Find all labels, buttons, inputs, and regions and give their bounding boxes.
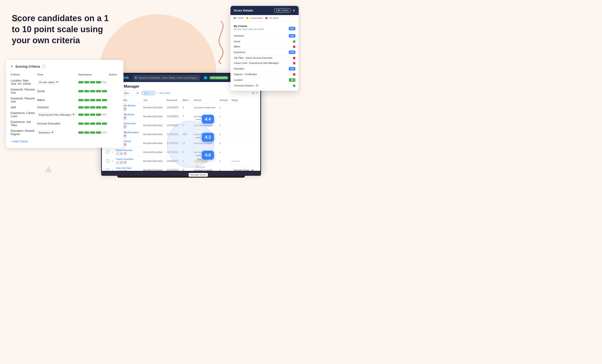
row-right — [293, 41, 295, 43]
term-cell: Bachelors — [37, 128, 78, 137]
row-checkbox[interactable] — [106, 150, 109, 154]
candidate-name[interactable]: Felix Del Gato — [116, 167, 140, 169]
col-action: Action — [109, 72, 119, 78]
stage-cell — [230, 112, 258, 121]
expand-icon[interactable]: ▾ — [112, 160, 113, 162]
hero-section: Score candidates on a 1 to 10 point scal… — [12, 13, 118, 46]
action-icons: 0 — [220, 133, 229, 135]
action-cell — [109, 110, 119, 119]
candidate-icons: 📄 🔗 ⏰ — [116, 170, 140, 171]
stage-select[interactable]: Recruiter Screen — [232, 168, 255, 171]
my-criteria-label: My Criteria — [234, 25, 264, 28]
importance-bar — [96, 131, 101, 134]
row-label: Location — [234, 79, 243, 81]
activity-count: 0 — [220, 124, 221, 127]
importance-bars — [78, 81, 107, 83]
match-indicator — [293, 85, 295, 87]
edit-criteria-button[interactable]: Edit Criteria — [274, 8, 291, 13]
action-cell — [109, 78, 119, 87]
stage-cell: Recruiter Screen — [230, 166, 258, 171]
score-details-title: Score Details — [234, 9, 253, 12]
candidate-icons: 📄 🔗 ⏰ — [116, 161, 140, 164]
candidate-name[interactable]: Daniel Noonan — [116, 149, 140, 152]
source-label: Job Board Craigslist — [194, 169, 213, 171]
icon-clock: ⏰ — [123, 152, 127, 155]
row-right: 10 — [289, 78, 295, 82]
table-row: Keywords: Resume Text Quota — [11, 87, 119, 96]
help-icon[interactable]: ? — [42, 65, 46, 68]
importance-bars — [78, 99, 107, 101]
term-cell: Million — [37, 96, 78, 104]
importance-bar — [96, 122, 101, 125]
col-criteria: Criteria — [11, 72, 37, 78]
row-checkbox[interactable] — [106, 168, 109, 171]
importance-bars — [78, 106, 107, 109]
table-row: Skill Outreach — [11, 104, 119, 110]
term-cell: Account Executive — [37, 119, 78, 128]
row-checkbox[interactable] — [106, 159, 109, 162]
expand-icon[interactable]: ▾ — [112, 169, 113, 171]
table-row: Education: Desired Degree Bachelors — [11, 128, 119, 137]
importance-cell — [78, 104, 109, 110]
grid-icon[interactable]: ⊞ — [252, 91, 254, 95]
criteria-label: Education: Desired Degree — [11, 128, 37, 137]
importance-cell — [78, 128, 109, 137]
criteria-label: Experience: Career Level — [11, 110, 37, 119]
icon-link: 🔗 — [120, 170, 123, 171]
jobs-filter-tag[interactable]: Jobs 1 × — [141, 91, 156, 95]
importance-bars — [78, 131, 107, 134]
expand-icon[interactable]: ▾ — [112, 151, 113, 154]
legend-partial: = Partial Match — [246, 17, 263, 19]
row-label: Job Titles : Senior Account Executive — [234, 57, 272, 59]
laptop-foot — [117, 176, 245, 178]
job-cell: Account Executive — [142, 139, 165, 148]
match-indicator — [293, 62, 295, 64]
stage-cell — [230, 103, 258, 112]
add-filter-button[interactable]: + Add Filter — [158, 92, 171, 94]
icon-clock: ⏰ — [123, 143, 127, 146]
job-cell: Account Executive — [142, 103, 165, 112]
list-icon[interactable]: ≡ — [256, 91, 258, 95]
term-select[interactable]: Experienced (Non-Manager) — [37, 113, 76, 117]
collapse-icon[interactable]: ▼ — [11, 65, 13, 68]
importance-bar — [78, 122, 84, 125]
row-right: 0.0 — [289, 67, 295, 71]
term-select[interactable]: Bachelors — [37, 130, 55, 135]
activity-cell: 0 — [218, 121, 230, 130]
activity-cell: 0 — [218, 148, 230, 157]
linkedin-icon[interactable]: in — [204, 76, 207, 79]
importance-bar — [90, 131, 95, 134]
activity-cell: 0 — [218, 166, 230, 171]
stage-cell — [230, 130, 258, 139]
miles-cell: 7 — [181, 112, 192, 121]
term-select[interactable]: 25 mile radius — [37, 80, 60, 84]
term-cell: Outreach — [37, 104, 78, 110]
candidate-name[interactable]: Frank Crawford — [116, 158, 140, 160]
activity-cell: 0 — [218, 157, 230, 166]
action-icons: 0 — [220, 106, 229, 109]
term-cell: 25 mile radius — [37, 78, 78, 87]
received-cell: 11/25/2023 — [165, 103, 181, 112]
bg-triangle-bottom — [45, 166, 52, 173]
match-indicator — [293, 46, 295, 48]
importance-cell — [78, 110, 109, 119]
criteria-label: Keywords: Resume Text — [11, 87, 37, 96]
score-value: 10 — [289, 78, 295, 82]
nav-search[interactable]: 🔍 Search Candidates, Jobs, Tasks, Users … — [133, 75, 200, 81]
close-button[interactable]: ✕ — [292, 9, 295, 12]
importance-bar — [96, 90, 101, 92]
col-source: Source — [192, 97, 218, 103]
importance-bar — [96, 106, 101, 109]
legend-match: = Match — [234, 17, 244, 19]
activity-count: 0 — [220, 160, 221, 162]
importance-cell — [78, 96, 109, 104]
toolbar: - select saved filter - Jobs 1 × + Add F… — [105, 91, 258, 96]
row-right: 5.6 — [289, 34, 295, 38]
add-criteria-button[interactable]: + Add Criteria — [11, 140, 119, 143]
received-cell: 11/25/2023 — [165, 112, 181, 121]
row-right — [293, 73, 295, 76]
score-detail-row: Career Level : Experienced (Non-Manager) — [234, 61, 295, 66]
job-cell: Account Executive — [142, 148, 165, 157]
job-cell: Account Executive — [142, 112, 165, 121]
score-bubble-1: 4.4 — [202, 115, 214, 124]
